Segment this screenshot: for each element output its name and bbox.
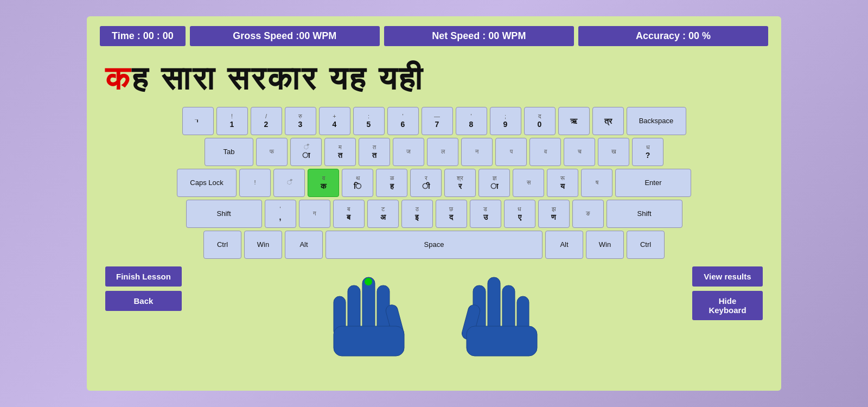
right-buttons: View results HideKeyboard [692, 266, 763, 320]
key-0[interactable]: द 0 [524, 107, 556, 135]
key-9[interactable]: ; 9 [490, 107, 521, 135]
svg-rect-2 [362, 277, 375, 334]
key-ctrl-right[interactable]: Ctrl [627, 231, 665, 259]
key-win-right[interactable]: Win [586, 231, 624, 259]
accuracy-stat: Accuracy : 00 % [578, 26, 768, 46]
hide-keyboard-button[interactable]: HideKeyboard [692, 291, 763, 320]
key-semicolon[interactable]: रू य [547, 169, 578, 197]
typing-text: कह सारा सरकार यह यही [100, 54, 768, 101]
key-l[interactable]: स [513, 169, 544, 197]
key-period[interactable]: झ ण [538, 200, 570, 228]
key-tab[interactable]: Tab [205, 138, 253, 166]
key-comma[interactable]: ध ए [504, 200, 535, 228]
key-8[interactable]: ' 8 [456, 107, 487, 135]
key-row-2: Tab फ ◌ँ ा म त त त ज ल [205, 138, 663, 166]
key-row-3: Caps Lock ! ँ व क थ ि ळ ह र [177, 169, 691, 197]
key-alt-left[interactable]: Alt [285, 231, 323, 259]
time-stat: Time : 00 : 00 [100, 26, 186, 46]
key-7[interactable]: — 7 [422, 107, 453, 135]
gross-speed-stat: Gross Speed :00 WPM [190, 26, 380, 46]
key-5[interactable]: : 5 [353, 107, 385, 135]
svg-rect-11 [467, 326, 537, 356]
key-space[interactable]: Space [326, 231, 542, 259]
key-f[interactable]: थ ि [342, 169, 373, 197]
svg-rect-7 [488, 277, 500, 334]
left-buttons: Finish Lesson Back [105, 266, 182, 311]
key-backspace[interactable]: Backspace [627, 107, 686, 135]
key-bracket-open[interactable]: ख [598, 138, 629, 166]
finger-indicator [365, 278, 372, 285]
bottom-section: Finish Lesson Back [100, 266, 768, 359]
key-o[interactable]: व [529, 138, 561, 166]
svg-rect-5 [334, 326, 404, 356]
key-ctrl-left[interactable]: Ctrl [203, 231, 241, 259]
key-6[interactable]: ' 6 [387, 107, 419, 135]
key-h[interactable]: र ी [410, 169, 442, 197]
key-slash[interactable]: ङ [572, 200, 604, 228]
key-z[interactable]: ' , [265, 200, 296, 228]
key-quote[interactable]: ष [581, 169, 612, 197]
stats-bar: Time : 00 : 00 Gross Speed :00 WPM Net S… [100, 26, 768, 46]
key-j[interactable]: श्र र [444, 169, 476, 197]
key-d[interactable]: व क [308, 169, 339, 197]
key-minus[interactable]: ऋ [558, 107, 590, 135]
key-y[interactable]: ल [427, 138, 458, 166]
key-n[interactable]: छ द [436, 200, 467, 228]
key-4[interactable]: + 4 [319, 107, 350, 135]
key-backtick[interactable]: ॒ ॑ [182, 107, 214, 135]
key-b[interactable]: ठ इ [401, 200, 433, 228]
key-1[interactable]: ! 1 [216, 107, 248, 135]
key-enter[interactable]: Enter [615, 169, 691, 197]
net-speed-stat: Net Speed : 00 WPM [384, 26, 574, 46]
key-s[interactable]: ँ [273, 169, 305, 197]
key-e[interactable]: म त [324, 138, 356, 166]
key-bracket-close[interactable]: ध ? [632, 138, 663, 166]
back-button[interactable]: Back [105, 291, 182, 311]
key-g[interactable]: ळ ह [376, 169, 407, 197]
key-row-1: ॒ ॑ ! 1 / 2 रु 3 + 4 : 5 [182, 107, 686, 135]
main-panel: Time : 00 : 00 Gross Speed :00 WPM Net S… [87, 16, 781, 391]
rest-text: ह सारा सरकार यह यही [132, 60, 424, 97]
key-win-left[interactable]: Win [244, 231, 282, 259]
key-u[interactable]: न [461, 138, 493, 166]
key-v[interactable]: ट अ [367, 200, 399, 228]
key-t[interactable]: ज [393, 138, 424, 166]
key-p[interactable]: च [564, 138, 595, 166]
key-m[interactable]: ड उ [470, 200, 501, 228]
hands-area [182, 266, 692, 359]
key-x[interactable]: ग [299, 200, 330, 228]
key-row-4: Shift ' , ग ब ब ट अ ठ इ छ [186, 200, 682, 228]
keyboard: ॒ ॑ ! 1 / 2 रु 3 + 4 : 5 [100, 107, 768, 259]
key-3[interactable]: रु 3 [285, 107, 316, 135]
key-row-5: Ctrl Win Alt Space Alt Win Ctrl [203, 231, 665, 259]
key-2[interactable]: / 2 [251, 107, 282, 135]
key-c[interactable]: ब ब [333, 200, 365, 228]
key-a[interactable]: ! [239, 169, 271, 197]
finish-lesson-button[interactable]: Finish Lesson [105, 266, 182, 287]
right-hand [458, 266, 545, 359]
view-results-button[interactable]: View results [692, 266, 763, 287]
first-char: क [105, 60, 132, 97]
key-w[interactable]: ◌ँ ा [290, 138, 322, 166]
key-r[interactable]: त त [359, 138, 390, 166]
key-capslock[interactable]: Caps Lock [177, 169, 237, 197]
key-alt-right[interactable]: Alt [545, 231, 583, 259]
left-hand [328, 266, 415, 359]
key-i[interactable]: प [495, 138, 527, 166]
key-shift-right[interactable]: Shift [607, 200, 682, 228]
key-q[interactable]: फ [256, 138, 288, 166]
key-equals[interactable]: त्र [592, 107, 624, 135]
key-k[interactable]: ज्ञ ा [478, 169, 510, 197]
key-shift-left[interactable]: Shift [186, 200, 262, 228]
